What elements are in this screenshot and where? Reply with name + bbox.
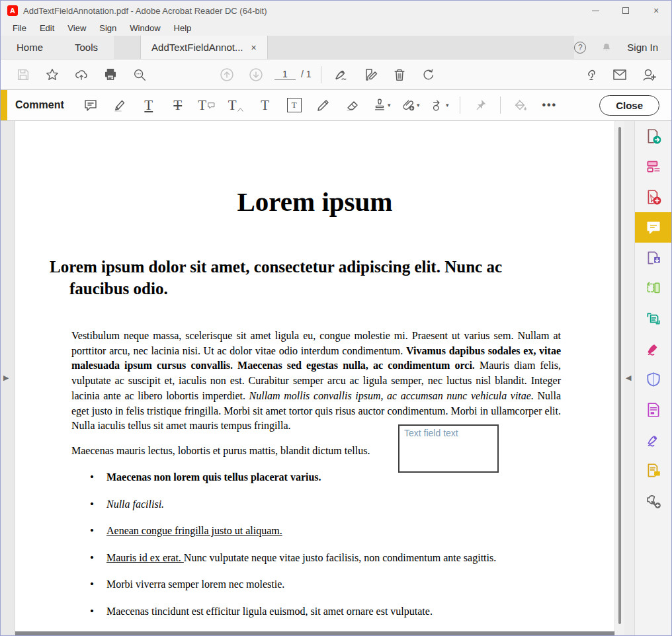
add-contact-button[interactable] bbox=[638, 63, 660, 86]
notifications-bell-icon[interactable] bbox=[601, 42, 612, 54]
tab-document[interactable]: AddTextFieldAnnot... × bbox=[140, 36, 268, 59]
email-button[interactable] bbox=[609, 63, 631, 86]
close-comment-button[interactable]: Close bbox=[599, 95, 659, 116]
sidebar-scan-ocr[interactable] bbox=[635, 303, 671, 334]
list-item: Morbi viverra semper lorem nec molestie. bbox=[71, 576, 561, 592]
comment-accent-strip bbox=[1, 90, 7, 120]
pdf-page: Lorem ipsum Lorem ipsum dolor sit amet, … bbox=[15, 121, 614, 631]
paragraph-1: Vestibulum neque massa, scelerisque sit … bbox=[71, 329, 561, 434]
menu-bar: File Edit View Sign Window Help bbox=[1, 20, 671, 36]
maximize-button[interactable] bbox=[610, 1, 641, 20]
pin-comment-tool[interactable] bbox=[469, 94, 491, 116]
window-title: AddTextFieldAnnotation.pdf - Adobe Acrob… bbox=[23, 6, 267, 16]
sidebar-organize-pages[interactable] bbox=[635, 273, 671, 303]
commentbar-divider bbox=[460, 97, 460, 114]
toolbar-divider bbox=[321, 66, 321, 83]
sidebar-protect[interactable] bbox=[635, 364, 671, 395]
list-item: Mauris id ex erat. Nunc vulputate neque … bbox=[71, 550, 561, 565]
sign-in-button[interactable]: Sign In bbox=[627, 42, 658, 53]
sidebar-redact[interactable] bbox=[635, 395, 671, 425]
fill-sign-document-button[interactable] bbox=[359, 63, 382, 86]
right-pane-strip: ◀ bbox=[624, 121, 634, 635]
search-button[interactable] bbox=[128, 63, 151, 86]
menu-edit[interactable]: Edit bbox=[33, 23, 61, 33]
menu-file[interactable]: File bbox=[6, 23, 33, 33]
stamp-dropdown-caret: ▾ bbox=[388, 102, 391, 108]
save-button[interactable] bbox=[12, 63, 34, 86]
scrollbar-thumb[interactable] bbox=[618, 127, 621, 624]
next-page-button[interactable] bbox=[245, 63, 267, 86]
favorite-star-button[interactable] bbox=[41, 63, 63, 86]
underline-text-tool[interactable]: T bbox=[138, 94, 160, 116]
document-view: Lorem ipsum Lorem ipsum dolor sit amet, … bbox=[15, 121, 614, 635]
sidebar-more-tools[interactable] bbox=[635, 486, 671, 516]
comment-toolbar: Comment T T T T T T ▾ ▾ bbox=[1, 90, 671, 121]
help-icon[interactable]: ? bbox=[574, 42, 586, 54]
eraser-tool[interactable] bbox=[341, 94, 364, 116]
insert-text-tool[interactable]: T bbox=[225, 94, 247, 116]
comment-toolbar-title: Comment bbox=[15, 99, 64, 111]
strikethrough-text-tool[interactable]: T bbox=[167, 94, 189, 116]
close-window-button[interactable]: × bbox=[641, 1, 671, 20]
vertical-scrollbar[interactable] bbox=[614, 121, 624, 635]
tab-close-icon[interactable]: × bbox=[251, 42, 256, 53]
content-area: ▶ Lorem ipsum Lorem ipsum dolor sit amet… bbox=[1, 121, 671, 635]
minimize-button[interactable] bbox=[580, 1, 610, 20]
maximize-icon bbox=[622, 7, 629, 14]
tab-home[interactable]: Home bbox=[1, 36, 59, 59]
menu-help[interactable]: Help bbox=[167, 23, 198, 33]
more-options-button[interactable]: ••• bbox=[538, 94, 561, 116]
main-toolbar: / 1 bbox=[1, 59, 671, 90]
print-button[interactable] bbox=[99, 63, 122, 86]
page-count-label: / 1 bbox=[301, 69, 312, 79]
stamp-tool[interactable]: ▾ bbox=[370, 94, 393, 116]
menu-sign[interactable]: Sign bbox=[93, 23, 123, 33]
rotate-page-button[interactable] bbox=[417, 63, 440, 86]
fill-color-tool[interactable] bbox=[509, 94, 532, 116]
commentbar-divider-2 bbox=[500, 97, 501, 114]
highlight-text-tool[interactable] bbox=[108, 94, 131, 116]
attach-dropdown-caret: ▾ bbox=[417, 102, 420, 108]
menu-window[interactable]: Window bbox=[123, 23, 167, 33]
sidebar-certificates[interactable] bbox=[635, 425, 671, 456]
text-box-tool[interactable]: T bbox=[283, 94, 306, 116]
attach-file-tool[interactable]: ▾ bbox=[399, 94, 422, 116]
sidebar-share-for-comments[interactable] bbox=[635, 456, 671, 486]
sidebar-combine-files[interactable] bbox=[635, 243, 671, 273]
page-number-input[interactable] bbox=[274, 69, 296, 80]
tab-tools[interactable]: Tools bbox=[59, 36, 114, 59]
add-text-comment-tool[interactable]: T bbox=[254, 94, 276, 116]
list-item: Maecenas tincidunt est efficitur ligula … bbox=[71, 604, 561, 619]
document-heading: Lorem ipsum dolor sit amet, consectetur … bbox=[50, 256, 502, 299]
tab-bar: Home Tools AddTextFieldAnnot... × ? Sign… bbox=[1, 36, 671, 59]
previous-page-button[interactable] bbox=[216, 63, 238, 86]
acrobat-logo-icon: A bbox=[7, 5, 18, 16]
sidebar-edit-pdf[interactable] bbox=[635, 151, 671, 182]
minimize-icon bbox=[592, 11, 599, 11]
delete-trash-button[interactable] bbox=[388, 63, 411, 86]
collapse-tools-pane-handle[interactable]: ◀ bbox=[626, 374, 631, 382]
left-pane-strip: ▶ bbox=[1, 121, 15, 635]
sidebar-comment[interactable] bbox=[635, 212, 671, 243]
menu-view[interactable]: View bbox=[61, 23, 93, 33]
sign-pen-button[interactable] bbox=[330, 63, 353, 86]
sticky-note-tool[interactable] bbox=[79, 94, 102, 116]
tools-sidebar bbox=[634, 121, 671, 635]
drawing-shapes-tool[interactable]: ▾ bbox=[429, 94, 451, 116]
tab-document-label: AddTextFieldAnnot... bbox=[151, 42, 243, 53]
acrobat-window: A AddTextFieldAnnotation.pdf - Adobe Acr… bbox=[0, 0, 672, 636]
text-field-annotation[interactable]: Text field text bbox=[398, 424, 499, 473]
sidebar-export-pdf[interactable] bbox=[635, 121, 671, 151]
expand-nav-pane-handle[interactable]: ▶ bbox=[3, 374, 9, 382]
draw-pencil-tool[interactable] bbox=[312, 94, 335, 116]
shapes-dropdown-caret: ▾ bbox=[446, 102, 449, 108]
bullet-list: Maecenas non lorem quis tellus placerat … bbox=[71, 469, 561, 630]
share-upload-button[interactable] bbox=[70, 63, 93, 86]
share-link-button[interactable] bbox=[579, 63, 602, 86]
heading-line-1: Lorem ipsum dolor sit amet, consectetur … bbox=[50, 256, 502, 278]
replace-text-tool[interactable]: T bbox=[196, 94, 218, 116]
heading-line-2: faucibus odio. bbox=[69, 278, 502, 299]
sidebar-create-pdf[interactable] bbox=[635, 182, 671, 212]
sidebar-fill-and-sign[interactable] bbox=[635, 334, 671, 364]
title-bar: A AddTextFieldAnnotation.pdf - Adobe Acr… bbox=[1, 1, 671, 20]
